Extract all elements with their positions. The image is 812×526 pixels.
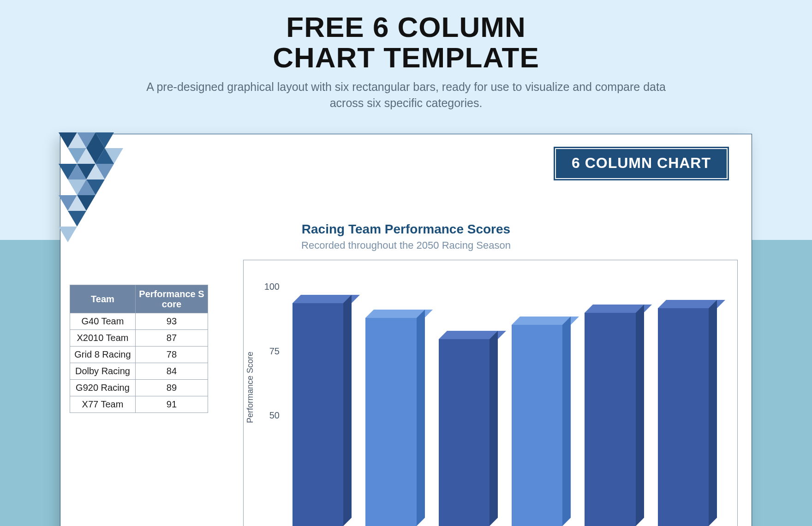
page-stage: FREE 6 COLUMN CHART TEMPLATE A pre-desig…: [0, 0, 812, 526]
table-row: Grid 8 Racing78: [70, 347, 208, 363]
cell-score: 91: [135, 396, 208, 413]
card-layout: Team Performance S core G40 Team93 X2010…: [70, 273, 738, 526]
svg-marker-2: [96, 132, 114, 148]
chart-bar: [365, 318, 424, 526]
chart-plot-area: Performance Score 100 75 50: [243, 260, 738, 526]
svg-marker-19: [68, 164, 86, 179]
chart-bar: [512, 325, 571, 526]
card-badge: 6 COLUMN CHART: [555, 148, 728, 179]
svg-marker-3: [68, 148, 86, 164]
cell-score: 89: [135, 380, 208, 396]
svg-marker-18: [96, 148, 114, 164]
page-title: FREE 6 COLUMN CHART TEMPLATE: [273, 12, 539, 72]
badge-wrap: 6 COLUMN CHART: [555, 148, 728, 179]
svg-marker-4: [86, 148, 105, 164]
chart-ytick-75: 75: [257, 346, 280, 356]
chart-bars: [283, 269, 726, 526]
svg-marker-5: [105, 148, 123, 164]
table-header-score-l2: core: [162, 299, 181, 309]
svg-marker-17: [77, 148, 96, 164]
page-subtitle: A pre-designed graphical layout with six…: [129, 79, 683, 111]
table-row: G40 Team93: [70, 313, 208, 330]
table-header-score-l1: Performance S: [139, 289, 204, 299]
chart-ytick-100: 100: [257, 281, 280, 292]
svg-marker-10: [86, 179, 105, 195]
table-row: X77 Team91: [70, 396, 208, 413]
cell-score: 84: [135, 363, 208, 380]
cell-team: X2010 Team: [70, 330, 136, 347]
table-header-score: Performance S core: [135, 285, 208, 313]
triangle-decoration-icon: [59, 132, 179, 252]
cell-team: Grid 8 Racing: [70, 347, 136, 363]
svg-marker-13: [68, 211, 86, 227]
chart-ytick-50: 50: [257, 410, 280, 421]
cell-score: 93: [135, 313, 208, 330]
chart-bar: [585, 313, 644, 526]
table-row: G920 Racing89: [70, 380, 208, 396]
cell-score: 87: [135, 330, 208, 347]
page-title-line1: FREE 6 COLUMN: [273, 12, 539, 42]
data-table: Team Performance S core G40 Team93 X2010…: [70, 285, 208, 413]
cell-team: X77 Team: [70, 396, 136, 413]
svg-marker-9: [68, 179, 86, 195]
table-row: X2010 Team87: [70, 330, 208, 347]
chart-title: Racing Team Performance Scores: [302, 222, 510, 237]
table-header-row: Team Performance S core: [70, 285, 208, 313]
svg-marker-16: [86, 132, 105, 148]
cell-score: 78: [135, 347, 208, 363]
svg-marker-11: [59, 195, 77, 211]
page-title-line2: CHART TEMPLATE: [273, 42, 539, 73]
svg-marker-21: [77, 179, 96, 195]
svg-marker-20: [86, 164, 105, 179]
chart-y-axis-label: Performance Score: [245, 352, 255, 423]
svg-marker-12: [77, 195, 96, 211]
svg-marker-6: [59, 164, 77, 179]
cell-team: Dolby Racing: [70, 363, 136, 380]
svg-marker-22: [68, 195, 86, 211]
chart-plot: Performance Score 100 75 50: [283, 269, 726, 526]
table-row: Dolby Racing84: [70, 363, 208, 380]
svg-marker-15: [68, 132, 86, 148]
cell-team: G920 Racing: [70, 380, 136, 396]
table-header-team: Team: [70, 285, 136, 313]
chart-bar: [439, 339, 498, 526]
svg-marker-8: [96, 164, 114, 179]
template-card: 6 COLUMN CHART Racing Team Performance S…: [60, 134, 752, 526]
chart-bar: [293, 303, 352, 526]
svg-marker-1: [77, 132, 96, 148]
svg-marker-0: [59, 132, 77, 148]
chart-bar: [658, 308, 717, 526]
svg-marker-7: [77, 164, 96, 179]
cell-team: G40 Team: [70, 313, 136, 330]
svg-marker-14: [59, 227, 77, 242]
chart-subtitle: Recorded throughout the 2050 Racing Seas…: [301, 239, 511, 251]
